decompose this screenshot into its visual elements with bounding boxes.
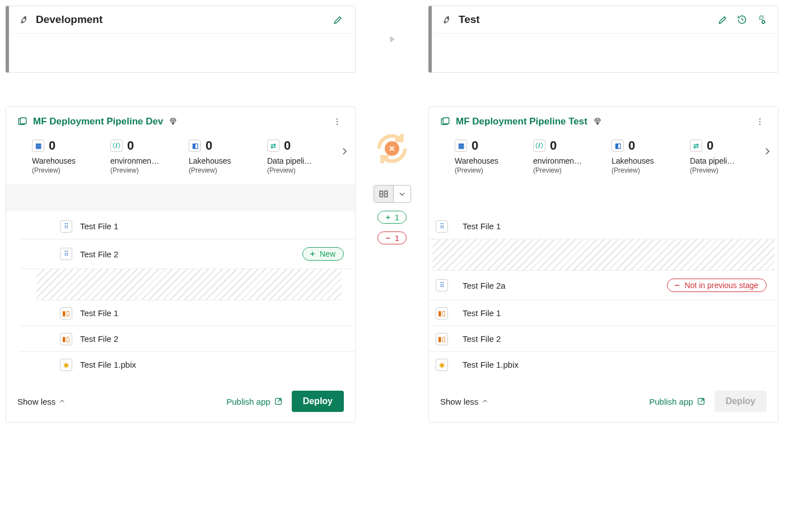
metrics-next-icon[interactable] [339,146,349,156]
deploy-button[interactable]: Deploy [292,391,344,412]
svg-point-2 [762,21,765,24]
file-row-pbix[interactable]: ◉ Test File 1.pbix [429,352,778,377]
compare-toggle[interactable] [374,185,411,203]
file-row-dataset[interactable]: ⠿ Test File 1 [429,214,778,239]
edit-icon[interactable] [716,13,730,26]
file-row-report[interactable]: ▮▯ Test File 2 [429,326,778,352]
svg-point-6 [337,121,338,122]
workspace-icon [17,117,27,127]
publish-app-link[interactable]: Publish app [226,397,282,406]
show-less-toggle[interactable]: Show less [440,397,488,406]
file-row-pbix[interactable]: ◉ Test File 1.pbix [20,352,355,377]
workspace-dev: MF Deployment Pipeline Dev ▦0 Warehouses… [6,106,356,423]
file-list: ⠿ Test File 1 ⠿ Test File 2 New ▮▯ Test … [6,211,355,379]
dataset-icon: ⠿ [436,279,448,291]
metric-datapipelines[interactable]: ⇄0 Data pipeli… (Preview) [690,138,752,174]
sync-status-icon: ✕ [372,129,412,168]
workspace-icon [440,117,450,127]
metrics-row: ▦0 Warehouses (Preview) 〈/〉0 environmen…… [6,138,355,184]
metric-warehouses[interactable]: ▦0 Warehouses (Preview) [32,138,94,174]
more-menu-icon[interactable] [753,115,767,128]
metric-datapipelines[interactable]: ⇄0 Data pipeli… (Preview) [267,138,329,174]
metrics-next-icon[interactable] [762,146,772,156]
dataset-icon: ⠿ [60,248,72,260]
environment-icon: 〈/〉 [533,140,545,152]
metric-lakehouses[interactable]: ◧0 Lakehouses (Preview) [612,138,673,174]
svg-point-13 [759,118,760,119]
report-icon: ▮▯ [436,307,448,319]
pipeline-icon: ⇄ [690,140,702,152]
sync-error-icon: ✕ [385,141,399,156]
metrics-row: ▦0 Warehouses (Preview) 〈/〉0 environmen…… [429,138,778,184]
publish-app-link[interactable]: Publish app [649,397,705,406]
pbix-icon: ◉ [60,359,72,371]
svg-point-1 [447,17,449,19]
svg-point-7 [337,124,338,125]
removed-count-pill: 1 [377,231,407,244]
workspace-title-link[interactable]: MF Deployment Pipeline Test [456,116,587,127]
premium-diamond-icon [593,117,602,126]
metric-lakehouses[interactable]: ◧0 Lakehouses (Preview) [189,138,250,174]
not-in-previous-badge: Not in previous stage [667,279,767,292]
svg-point-14 [759,121,760,122]
svg-point-0 [25,17,26,19]
workspace-title-link[interactable]: MF Deployment Pipeline Dev [33,116,163,127]
category-band [6,184,355,211]
show-less-toggle[interactable]: Show less [17,397,66,406]
warehouse-icon: ▦ [32,140,44,152]
deploy-button: Deploy [715,391,767,412]
file-list: ⠿ Test File 1 ⠿ Test File 2a Not in prev… [429,211,778,379]
metric-environments[interactable]: 〈/〉0 environmen… (Preview) [110,138,172,174]
svg-rect-4 [20,118,26,124]
compare-view-icon[interactable] [374,186,394,202]
stage-card-test: Test [428,6,778,73]
stage-card-development: Development [6,6,356,73]
svg-point-15 [759,124,760,125]
report-icon: ▮▯ [436,333,448,345]
dataset-icon: ⠿ [60,220,72,233]
pbix-icon: ◉ [436,359,448,371]
file-row-dataset[interactable]: ⠿ Test File 1 [20,214,355,239]
stage-title: Development [36,13,326,26]
chevron-down-icon[interactable] [394,186,410,202]
deploy-arrow-icon[interactable] [356,6,428,73]
missing-item-placeholder [36,269,342,300]
svg-rect-12 [443,118,449,124]
metric-warehouses[interactable]: ▦0 Warehouses (Preview) [455,138,516,174]
missing-item-placeholder [432,239,774,271]
dataset-icon: ⠿ [436,220,448,233]
environment-icon: 〈/〉 [110,140,123,152]
stage-title: Test [459,13,711,26]
metric-environments[interactable]: 〈/〉0 environmen… (Preview) [533,138,595,174]
rocket-icon [19,14,30,25]
premium-diamond-icon [169,117,178,126]
added-count-pill: 1 [377,211,407,224]
lakehouse-icon: ◧ [612,140,624,152]
file-row-report[interactable]: ▮▯ Test File 1 [20,300,355,326]
file-row-dataset[interactable]: ⠿ Test File 2 New [20,239,355,269]
pipeline-icon: ⇄ [267,140,279,152]
new-badge: New [302,247,344,261]
rocket-icon [442,14,453,25]
file-row-report[interactable]: ▮▯ Test File 2 [20,326,355,352]
more-menu-icon[interactable] [330,115,344,128]
svg-point-5 [337,118,338,119]
lakehouse-icon: ◧ [189,140,201,152]
report-icon: ▮▯ [60,333,72,345]
edit-icon[interactable] [332,13,345,26]
history-icon[interactable] [735,13,749,26]
file-row-dataset[interactable]: ⠿ Test File 2a Not in previous stage [429,271,778,300]
workspace-test: MF Deployment Pipeline Test ▦0 Warehouse… [428,106,778,423]
settings-rules-icon[interactable] [754,13,768,26]
file-row-report[interactable]: ▮▯ Test File 1 [429,300,778,326]
warehouse-icon: ▦ [455,140,467,152]
report-icon: ▮▯ [60,307,72,319]
sync-column: ✕ 1 1 [356,106,428,423]
